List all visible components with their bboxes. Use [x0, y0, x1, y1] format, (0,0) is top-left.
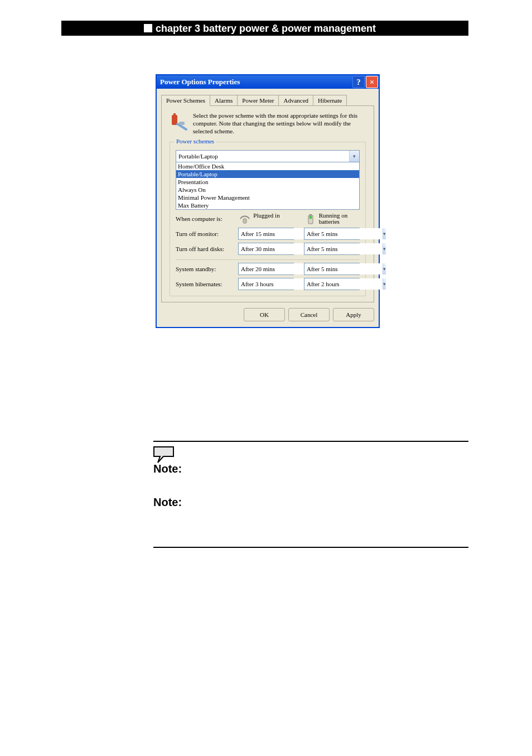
disks-plugged-combo[interactable]: ▾ [238, 243, 294, 255]
hibernate-plugged-combo[interactable]: ▾ [238, 278, 294, 290]
monitor-plugged-combo[interactable]: ▾ [238, 228, 294, 240]
battery-label-bot: batteries [319, 219, 348, 225]
close-icon: × [370, 78, 375, 86]
tab-hibernate[interactable]: Hibernate [313, 95, 347, 105]
setting-row: Turn off hard disks: ▾ ▾ [176, 243, 360, 255]
callout-icon [153, 446, 177, 463]
setting-row: Turn off monitor: ▾ ▾ [176, 228, 360, 240]
when-label: When computer is: [176, 215, 239, 222]
svg-rect-1 [173, 113, 176, 115]
tab-strip: Power Schemes Alarms Power Meter Advance… [161, 92, 374, 106]
row-label: System standby: [176, 266, 238, 272]
row-label: Turn off hard disks: [176, 245, 238, 252]
plug-icon [239, 213, 251, 225]
separator [176, 259, 360, 260]
row-label: Turn off monitor: [176, 230, 238, 237]
page-header-bar: chapter 3 battery power & power manageme… [61, 21, 468, 36]
monitor-battery-combo[interactable]: ▾ [304, 228, 360, 240]
row-label: System hibernates: [176, 281, 238, 287]
scheme-input[interactable] [176, 151, 349, 162]
note-label-2: Note: [153, 497, 468, 508]
intro-text: Select the power scheme with the most ap… [193, 112, 366, 135]
header-square-icon [144, 24, 152, 32]
combo-value[interactable] [304, 228, 383, 239]
combo-value[interactable] [304, 243, 383, 254]
tab-content: Select the power scheme with the most ap… [161, 106, 374, 302]
disks-battery-combo[interactable]: ▾ [304, 243, 360, 255]
note-block: Note: Note: [153, 441, 468, 548]
chevron-down-icon[interactable]: ▾ [383, 278, 386, 290]
plugged-label: Plugged in [253, 213, 279, 219]
chevron-down-icon[interactable]: ▾ [383, 243, 386, 254]
battery-plug-icon [170, 112, 190, 132]
battery-icon [304, 213, 317, 225]
power-schemes-group: Power schemes ▾ Home/Office Desk Portabl… [170, 142, 366, 296]
standby-battery-combo[interactable]: ▾ [304, 263, 360, 275]
list-item[interactable]: Always On [176, 186, 359, 194]
intro-row: Select the power scheme with the most ap… [170, 112, 366, 135]
svg-rect-2 [179, 122, 185, 125]
ok-button[interactable]: OK [244, 308, 285, 321]
page-title: chapter 3 battery power & power manageme… [156, 23, 376, 33]
help-icon: ? [356, 75, 361, 89]
tab-power-meter[interactable]: Power Meter [237, 95, 279, 105]
list-item[interactable]: Max Battery [176, 201, 359, 209]
close-button[interactable]: × [366, 76, 378, 88]
list-item[interactable]: Minimal Power Management [176, 194, 359, 201]
cancel-button[interactable]: Cancel [288, 308, 330, 321]
dialog-titlebar[interactable]: Power Options Properties ? × [157, 75, 379, 89]
tab-advanced[interactable]: Advanced [278, 95, 313, 105]
dialog-title: Power Options Properties [160, 75, 240, 89]
apply-button[interactable]: Apply [333, 308, 374, 321]
list-item[interactable]: Portable/Laptop [176, 170, 359, 178]
scheme-list[interactable]: Home/Office Desk Portable/Laptop Present… [176, 162, 360, 210]
tab-power-schemes[interactable]: Power Schemes [161, 95, 210, 106]
setting-row: System hibernates: ▾ ▾ [176, 278, 360, 290]
combo-value[interactable] [304, 278, 383, 290]
chevron-down-icon[interactable]: ▾ [383, 263, 386, 275]
dialog-buttons: OK Cancel Apply [161, 302, 374, 321]
list-item[interactable]: Presentation [176, 178, 359, 186]
svg-rect-5 [309, 214, 312, 215]
tab-alarms[interactable]: Alarms [210, 95, 238, 105]
hibernate-battery-combo[interactable]: ▾ [304, 278, 360, 290]
power-options-dialog: Power Options Properties ? × Power Schem… [156, 74, 380, 328]
note-label: Note: [153, 463, 468, 474]
list-item[interactable]: Home/Office Desk [176, 162, 359, 170]
chevron-down-icon[interactable]: ▾ [349, 151, 359, 162]
standby-plugged-combo[interactable]: ▾ [238, 263, 294, 275]
chevron-down-icon[interactable]: ▾ [383, 228, 386, 239]
combo-value[interactable] [304, 263, 383, 275]
help-button[interactable]: ? [352, 76, 365, 88]
scheme-combo[interactable]: ▾ [176, 150, 360, 162]
svg-rect-3 [243, 219, 246, 223]
setting-row: System standby: ▾ ▾ [176, 263, 360, 275]
svg-rect-6 [309, 216, 312, 219]
columns-header: When computer is: Plugged in [176, 213, 360, 225]
power-schemes-legend: Power schemes [175, 138, 216, 145]
